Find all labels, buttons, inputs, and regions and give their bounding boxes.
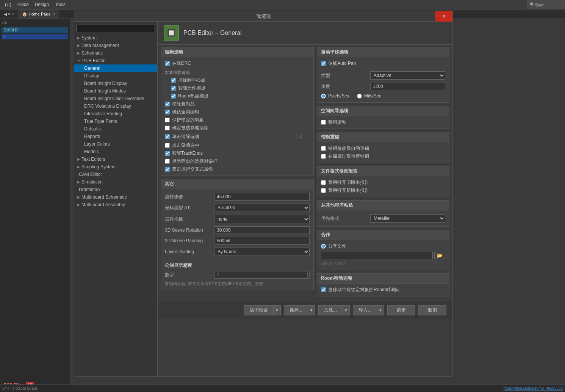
enable-auto-pan-row[interactable]: 使能Auto Pan	[321, 60, 445, 67]
tree-item-pcb-editor[interactable]: ▼PCB Editor	[74, 57, 157, 64]
auto-repour-checkbox[interactable]	[321, 146, 326, 151]
scene-rotation-input[interactable]	[214, 226, 310, 234]
tree-item-draftsman[interactable]: Draftsman	[74, 186, 157, 193]
tree-item-cam-editor[interactable]: CAM Editor	[74, 171, 157, 178]
show-popup-row[interactable]: 显示弹出的选择对话框	[165, 157, 310, 165]
url-link[interactable]: https://blog.csdn.net/m0_46503330	[504, 386, 563, 390]
smart-snap-row[interactable]: 智能元件捕捉	[165, 84, 310, 92]
rotation-step-input[interactable]	[214, 193, 310, 201]
tree-item-simulation[interactable]: ▶Simulation	[74, 178, 157, 186]
remove-duplicates-checkbox[interactable]	[165, 102, 170, 107]
protect-locked-checkbox[interactable]	[165, 118, 170, 122]
tree-item-interactive-routing[interactable]: Interactive Routing	[74, 110, 157, 118]
repour-on-edit-checkbox[interactable]	[321, 154, 326, 159]
disable-scroll-checkbox[interactable]	[321, 120, 326, 125]
cancel-button[interactable]: 取消	[418, 305, 446, 315]
mils-sec-row[interactable]: Mils/Sec	[357, 93, 381, 99]
tree-item-multi-board-assembly[interactable]: ▶Multi-board Assembly	[74, 201, 157, 209]
auto-repour-row[interactable]: 铺铜修改后自动重铺	[321, 144, 445, 152]
smart-track-checkbox[interactable]	[165, 151, 170, 156]
tree-item-multi-board-schematic[interactable]: ▶Multi-board Schematic	[74, 193, 157, 201]
number-input[interactable]	[214, 271, 310, 279]
confirm-button[interactable]: 确定	[387, 305, 415, 315]
tree-item-reports[interactable]: Reports	[74, 133, 157, 140]
room-hotspot-checkbox[interactable]	[171, 94, 176, 99]
import-dropdown[interactable]: ▾	[377, 306, 384, 315]
pan-type-select[interactable]: Adaptive Re-Center Fixed Size Jump	[370, 71, 445, 80]
tree-item-board-insight-modes[interactable]: Board Insight Modes	[74, 87, 157, 95]
repour-on-edit-row[interactable]: 在编辑过后重新铺铜	[321, 152, 445, 160]
file-path-input[interactable]	[321, 252, 433, 259]
double-click-checkbox[interactable]	[165, 167, 170, 172]
single-click-row[interactable]: 单击清除选项	[165, 133, 288, 141]
tree-item-true-type-fonts[interactable]: True Type Fonts	[74, 118, 157, 125]
disable-new-version-checkbox[interactable]	[321, 188, 326, 193]
priority-format-select[interactable]: Metafile Bitmap Text	[370, 214, 445, 223]
smart-track-row[interactable]: 智能TrackEnds	[165, 149, 310, 157]
share-file-radio[interactable]	[321, 244, 326, 249]
pixels-sec-row[interactable]: Pixels/Sex	[321, 93, 349, 99]
tree-item-drc-violations-display[interactable]: DRC Violations Display	[74, 102, 157, 110]
menu-item-place[interactable]: Place	[14, 1, 32, 8]
disable-old-version-row[interactable]: 禁用打开旧版本报告	[321, 179, 445, 187]
tree-item-defaults[interactable]: Defaults	[74, 125, 157, 133]
tree-item-general[interactable]: General	[74, 64, 157, 72]
num-down-arrow[interactable]: ▼	[306, 275, 309, 278]
save-button[interactable]: 保存...	[284, 306, 308, 315]
disable-old-version-checkbox[interactable]	[321, 180, 326, 185]
click-shift-row[interactable]: 点击Shift选中	[165, 141, 310, 149]
tab-close-icon[interactable]: ×	[53, 12, 55, 16]
tree-item-text-editors[interactable]: ▶Text Editors	[74, 155, 157, 163]
enable-auto-pan-checkbox[interactable]	[321, 61, 326, 66]
tab-home-page[interactable]: 🏠 Home Page ×	[18, 9, 59, 19]
confirm-global-edit-row[interactable]: 确认全局编辑	[165, 108, 310, 116]
smart-snap-checkbox[interactable]	[171, 86, 176, 91]
pan-speed-input[interactable]	[370, 83, 445, 90]
default-settings-dropdown[interactable]: ▾	[274, 306, 280, 315]
share-file-row[interactable]: 分享文件	[321, 242, 445, 250]
dialog-close-button[interactable]: ×	[435, 11, 452, 22]
single-click-checkbox[interactable]	[165, 134, 170, 139]
tree-item-board-insight-color-overrides[interactable]: Board Insight Color Overrides	[74, 95, 157, 102]
menu-item-tools[interactable]: Tools	[52, 1, 69, 8]
pixels-sec-radio[interactable]	[321, 94, 326, 99]
pcb-item[interactable]: ▪	[2, 34, 68, 39]
menu-item-c[interactable]: (C)	[2, 1, 14, 8]
protect-locked-row[interactable]: 保护锁定的对象	[165, 116, 310, 124]
tree-item-scripting-system[interactable]: ▶Scripting System	[74, 163, 157, 171]
confirm-locked-checkbox[interactable]	[321, 287, 326, 292]
confirm-global-edit-checkbox[interactable]	[165, 110, 170, 114]
room-hotspot-row[interactable]: Room热点捕捉	[165, 92, 310, 100]
mils-sec-radio[interactable]	[357, 94, 362, 99]
save-dropdown[interactable]: ▾	[308, 306, 315, 315]
disable-scroll-row[interactable]: 禁用滚动	[321, 118, 445, 126]
double-click-row[interactable]: 双击运行交互式属性	[165, 165, 310, 173]
cursor-type-select[interactable]: Small 90 Large 90 Small 45 Full Screen	[214, 204, 310, 212]
menu-item-design[interactable]: Design	[32, 1, 52, 8]
snap-center-checkbox[interactable]	[171, 78, 176, 83]
layers-sorting-select[interactable]: By Name By Number	[214, 248, 310, 256]
online-drc-checkbox[interactable]	[165, 61, 170, 66]
tab-pin[interactable]: ◀ ▾ ×	[0, 9, 18, 19]
scene-panning-input[interactable]	[214, 237, 310, 245]
tree-item-system[interactable]: ▶System	[74, 34, 157, 42]
top-right-search[interactable]: 🔍 Sear	[527, 0, 565, 9]
num-up-arrow[interactable]: ▲	[306, 272, 309, 275]
default-settings-button[interactable]: 缺省设置	[244, 306, 274, 315]
click-shift-checkbox[interactable]	[165, 143, 170, 148]
import-button[interactable]: 导入...	[353, 306, 377, 315]
load-dropdown[interactable]: ▾	[343, 306, 349, 315]
component-drag-select[interactable]: none Connected Tracks	[214, 215, 310, 223]
confirm-locked-row[interactable]: 当移动带有锁定对象的Room时询问	[321, 286, 445, 294]
remove-duplicates-row[interactable]: 移除复制品	[165, 100, 310, 108]
schdi-item[interactable]: SchDi D	[2, 27, 68, 33]
tree-item-display[interactable]: Display	[74, 72, 157, 80]
tree-item-models[interactable]: Models	[74, 148, 157, 155]
tree-item-board-insight-display[interactable]: Board Insight Display	[74, 80, 157, 87]
online-drc-row[interactable]: 在线DRC	[165, 60, 310, 67]
disable-new-version-row[interactable]: 禁用打开新版本报告	[321, 187, 445, 194]
file-path-browse-button[interactable]: 📂	[434, 252, 445, 259]
tree-item-layer-colors[interactable]: Layer Colors	[74, 140, 157, 148]
snap-center-row[interactable]: 捕捉到中心点	[165, 76, 310, 84]
tree-item-data-management[interactable]: ▶Data Management	[74, 42, 157, 49]
